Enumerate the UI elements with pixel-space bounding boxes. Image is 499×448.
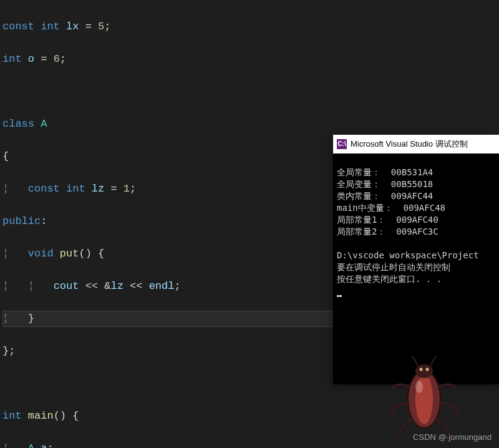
code-line <box>2 84 499 100</box>
watermark: CSDN @·jormungand <box>413 429 492 446</box>
console-line: main中变量： 009AFC48 <box>337 203 445 213</box>
debug-console-window[interactable]: C:\ Microsoft Visual Studio 调试控制 全局常量： 0… <box>333 135 499 384</box>
console-line: D:\vscode workspace\Project <box>337 250 479 260</box>
console-line: 要在调试停止时自动关闭控制 <box>337 262 450 272</box>
console-output[interactable]: 全局常量： 00B531A4 全局变量： 00B55018 类内常量： 009A… <box>333 153 499 384</box>
console-line: 按任意键关闭此窗口. . . <box>337 274 442 284</box>
console-line: 局部常量1： 009AFC40 <box>337 215 438 225</box>
vs-icon: C:\ <box>337 139 347 149</box>
console-title: Microsoft Visual Studio 调试控制 <box>351 136 468 152</box>
console-line: 全局常量： 00B531A4 <box>337 167 433 177</box>
console-line: 局部常量2： 009AFC3C <box>337 226 438 236</box>
console-line: 全局变量： 00B55018 <box>337 179 433 189</box>
cursor-icon <box>337 295 342 297</box>
code-line: int o = 6; <box>2 51 499 67</box>
code-line: int main() { <box>2 408 499 424</box>
console-titlebar[interactable]: C:\ Microsoft Visual Studio 调试控制 <box>333 135 499 153</box>
console-line: 类内常量： 009AFC44 <box>337 191 433 201</box>
code-line: const int lx = 5; <box>2 19 499 35</box>
code-line: class A <box>2 116 499 132</box>
